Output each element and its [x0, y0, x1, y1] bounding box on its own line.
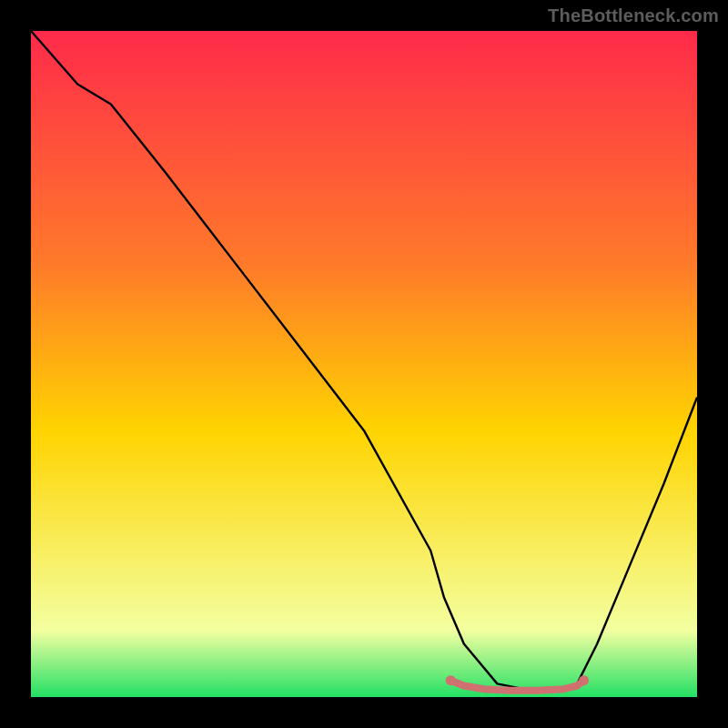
optimal-endpoint-left [446, 675, 456, 685]
plot-svg [31, 31, 697, 697]
chart-container: TheBottleneck.com [0, 0, 728, 728]
plot-area [31, 31, 697, 697]
attribution-label: TheBottleneck.com [548, 5, 719, 26]
optimal-endpoint-right [579, 675, 589, 685]
